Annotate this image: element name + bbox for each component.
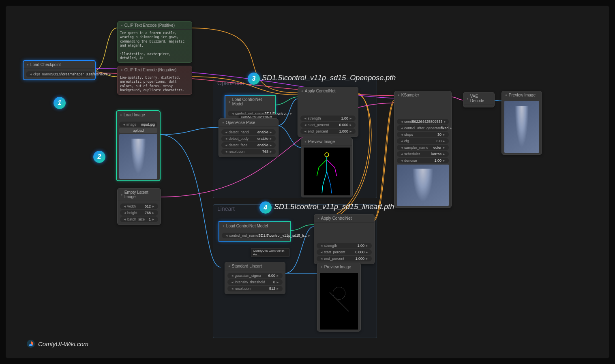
- annotation-lineart-path: SD1.5\control_v11p_sd15_lineart.pth: [274, 203, 394, 211]
- node-title: Load ControlNet Model: [219, 222, 290, 230]
- upload-button[interactable]: upload: [119, 128, 157, 133]
- preview-pose-node[interactable]: Preview Image: [301, 137, 353, 197]
- node-title: Load Checkpoint: [24, 61, 95, 69]
- output-image: [504, 101, 539, 153]
- apply-controlnet-2-node[interactable]: Apply ControlNet ◄strength1.00► ◄start_p…: [314, 214, 375, 264]
- svg-line-3: [327, 160, 335, 168]
- node-title: Load Image: [117, 111, 160, 119]
- height-widget[interactable]: ◄height768►: [120, 210, 158, 216]
- clip-positive-node[interactable]: CLIP Text Encode (Positive) Ice queen in…: [117, 21, 192, 63]
- clip-negative-node[interactable]: CLIP Text Encode (Negative) Low-quality,…: [117, 66, 192, 95]
- svg-line-6: [323, 171, 327, 185]
- svg-line-5: [335, 167, 337, 176]
- node-title: Apply ControlNet: [298, 87, 358, 95]
- node-title: VAE Decode: [463, 92, 494, 105]
- ksampler-preview-image: [397, 165, 449, 206]
- load-checkpoint-node[interactable]: Load Checkpoint ◄ckpt_nameSD1.5\dreamsha…: [23, 60, 96, 80]
- lineart-image: [320, 273, 358, 330]
- node-title: Apply ControlNet: [314, 214, 374, 223]
- node-title: KSampler: [394, 91, 451, 99]
- node-title: Preview Image: [317, 263, 360, 271]
- ksampler-node[interactable]: KSampler ◄seed592264425809533► ◄control_…: [394, 91, 452, 208]
- preview-output-node[interactable]: Preview Image: [501, 91, 542, 155]
- node-title: Empty Latent Image: [118, 188, 161, 201]
- badge-1: 1: [54, 97, 66, 109]
- image-widget[interactable]: ◄imageinput.jpg: [119, 122, 157, 127]
- empty-latent-node[interactable]: Empty Latent Image ◄width512► ◄height768…: [117, 188, 161, 225]
- node-title: OpenPose Pose: [219, 119, 278, 127]
- load-image-node[interactable]: Load Image ◄imageinput.jpg upload: [116, 110, 161, 181]
- ckpt-name-widget[interactable]: ◄ckpt_nameSD1.5\dreamshaper_8.safetensor…: [26, 71, 92, 77]
- annotation-openpose-path: SD1.5\control_v11p_sd15_Openpose.pth: [262, 74, 396, 82]
- batch-widget[interactable]: ◄batch_size1►: [120, 216, 158, 222]
- apply-controlnet-1-node[interactable]: Apply ControlNet ◄strength1.00► ◄start_p…: [298, 87, 358, 137]
- svg-line-8: [322, 185, 323, 193]
- svg-line-9: [331, 185, 332, 193]
- input-image-preview: [119, 134, 157, 179]
- badge-2: 2: [93, 151, 105, 163]
- pose-skeleton-image: [304, 148, 350, 195]
- svg-line-2: [319, 160, 327, 168]
- width-widget[interactable]: ◄width512►: [120, 203, 158, 209]
- node-title: Standard Lineart: [225, 262, 285, 270]
- svg-point-0: [325, 153, 329, 157]
- prompt-text[interactable]: Low-quality, blurry, distorted, unrealis…: [120, 76, 189, 93]
- credit: ComfyUI-Wiki.com: [27, 340, 88, 348]
- openpose-pose-node[interactable]: OpenPose Pose ◄detect_handenable► ◄detec…: [219, 118, 279, 157]
- cn-name-widget[interactable]: ◄control_net_nameSD1.5\control_v11p_sd15…: [222, 233, 287, 238]
- wiki-logo-icon: [27, 340, 35, 348]
- node-title: Load ControlNet Model: [225, 96, 275, 108]
- vae-decode-node[interactable]: VAE Decode: [463, 92, 495, 107]
- node-title: Preview Image: [502, 91, 542, 99]
- node-title: CLIP Text Encode (Negative): [118, 66, 192, 74]
- badge-3: 3: [248, 73, 260, 85]
- credit-text: ComfyUI-Wiki.com: [38, 340, 88, 347]
- badge-4: 4: [259, 201, 272, 214]
- standard-lineart-node[interactable]: Standard Lineart ◄guassian_sigma6.00► ◄i…: [225, 262, 285, 294]
- node-title: Preview Image: [301, 138, 352, 146]
- node-graph-canvas[interactable]: OpenPose Lineart Load Checkpoint ◄ckpt_n…: [6, 6, 609, 358]
- prompt-text[interactable]: Ice queen in a frozen castle, wearing a …: [120, 31, 189, 61]
- preview-lineart-node[interactable]: Preview Image: [317, 263, 361, 332]
- load-controlnet-lineart-node[interactable]: Load ControlNet Model ◄control_net_nameS…: [219, 221, 291, 242]
- node-title: CLIP Text Encode (Positive): [118, 21, 192, 30]
- svg-line-7: [327, 171, 331, 185]
- controlnet-aux-subtitle-2: ComfyUI's ControlNet Au...: [251, 248, 289, 257]
- svg-line-4: [317, 167, 319, 176]
